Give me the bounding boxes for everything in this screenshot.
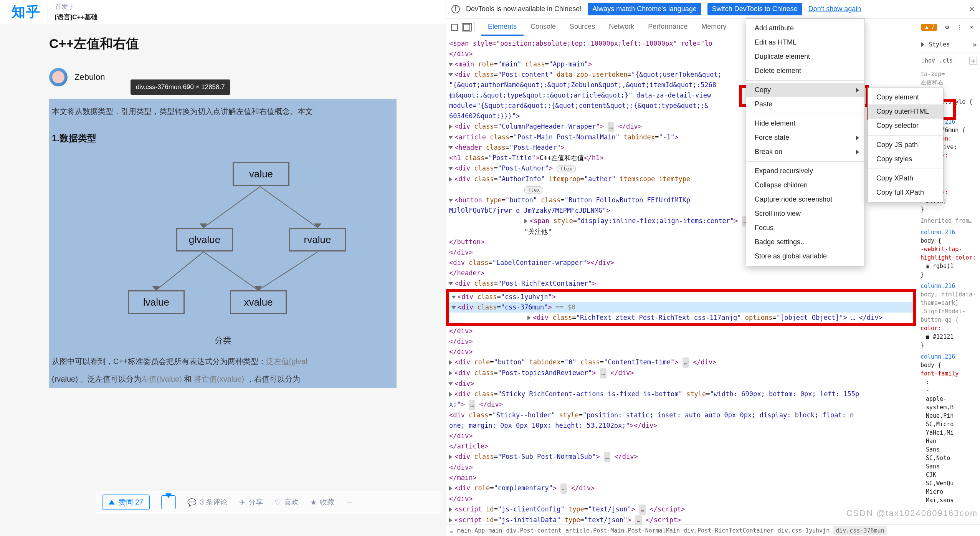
devtools-toolbar: Elements Console Sources Network Perform…: [446, 18, 980, 36]
svg-line-2: [156, 252, 203, 290]
text-dim: 泛左值(glval: [266, 357, 307, 366]
match-language-button[interactable]: Always match Chrome's language: [588, 3, 701, 15]
chevron-icon[interactable]: [921, 42, 924, 47]
switch-language-button[interactable]: Switch DevTools to Chinese: [707, 3, 802, 15]
tab-elements[interactable]: Elements: [481, 19, 524, 36]
close-infobar-icon[interactable]: ×: [969, 3, 975, 15]
style-text: ta-zop=: [921, 70, 978, 78]
text: ，右值可以分为: [244, 375, 300, 383]
comment-icon: 💬: [187, 498, 197, 507]
svg-line-1: [260, 187, 318, 228]
ctx-item[interactable]: Expand recursively: [746, 164, 864, 178]
ctx-item[interactable]: Copy full XPath: [868, 185, 943, 200]
selected-dom-node[interactable]: <div class="css-376mun"> == $0: [449, 302, 913, 313]
ctx-item[interactable]: Hide element: [746, 116, 864, 131]
ctx-item[interactable]: Copy outerHTML: [868, 104, 943, 119]
styles-tab[interactable]: Styles: [929, 40, 950, 49]
more-button[interactable]: ···: [346, 498, 352, 506]
avatar[interactable]: [49, 68, 68, 86]
infobar-msg: DevTools is now available in Chinese!: [466, 5, 582, 13]
ctx-item[interactable]: Copy selector: [868, 119, 943, 133]
column-first-label: 首发于: [55, 2, 98, 11]
tab-console[interactable]: Console: [524, 19, 563, 36]
share-button[interactable]: ✈分享: [239, 497, 263, 507]
post-title: C++左值和右值: [49, 35, 397, 53]
like-label: 喜欢: [284, 497, 299, 507]
tab-network[interactable]: Network: [602, 19, 641, 36]
ctx-item[interactable]: Duplicate element: [746, 50, 864, 64]
ctx-item[interactable]: Copy element: [868, 90, 943, 104]
ctx-item[interactable]: Edit as HTML: [746, 35, 864, 50]
inspect-icon[interactable]: [450, 23, 459, 32]
action-bar: 赞同 27 💬3 条评论 ✈分享 ♡喜欢 ★收藏 ···: [96, 491, 441, 514]
svg-line-4: [258, 252, 318, 290]
ctx-item[interactable]: Copy XPath: [868, 171, 943, 185]
cls-button[interactable]: .cls: [939, 56, 953, 65]
diagram-node-value: value: [233, 162, 289, 186]
column-name-link[interactable]: [语言]C++基础: [55, 13, 98, 22]
ctx-item[interactable]: Badge settings…: [746, 235, 864, 249]
context-menu-main[interactable]: Add attributeEdit as HTMLDuplicate eleme…: [746, 18, 865, 266]
downvote-button[interactable]: [161, 495, 176, 509]
ctx-item[interactable]: Store as global variable: [746, 249, 864, 263]
settings-icon[interactable]: ⚙: [942, 23, 952, 32]
downvote-icon: [165, 493, 172, 506]
devtools-tabs: Elements Console Sources Network Perform…: [481, 19, 733, 36]
text: (rvalue) 。泛左值可以分为: [52, 375, 141, 383]
comments-label: 3 条评论: [200, 497, 228, 507]
tab-sources[interactable]: Sources: [563, 19, 602, 36]
ctx-item[interactable]: Copy JS path: [868, 138, 943, 152]
share-label: 分享: [248, 497, 263, 507]
text-dim: 将亡值(xvalue): [194, 375, 244, 383]
diagram-node-lvalue: lvalue: [128, 290, 185, 314]
share-icon: ✈: [239, 498, 245, 507]
more-icon[interactable]: ⋮: [955, 23, 964, 32]
ctx-item[interactable]: Break on: [746, 145, 864, 159]
ctx-item[interactable]: Delete element: [746, 64, 864, 78]
dont-show-link[interactable]: Don't show again: [808, 5, 861, 13]
upvote-button[interactable]: 赞同 27: [102, 495, 150, 510]
dom-breadcrumb[interactable]: … main.App-main div.Post-content article…: [446, 524, 980, 536]
ctx-item[interactable]: Collapse children: [746, 178, 864, 192]
tab-memory[interactable]: Memory: [694, 19, 733, 36]
svg-line-0: [203, 187, 260, 228]
add-rule-icon[interactable]: +: [969, 57, 977, 65]
device-mode-icon[interactable]: [462, 23, 471, 32]
inspect-tooltip: div.css-376mun 690 × 12858.7: [131, 79, 230, 95]
ctx-item[interactable]: Copy: [746, 83, 864, 97]
ctx-item[interactable]: Force state: [746, 131, 864, 145]
diagram-node-rvalue: rvalue: [289, 228, 346, 251]
text: 和: [182, 375, 194, 383]
page-header: 知乎 首发于 [语言]C++基础: [0, 0, 446, 24]
upvote-label: 赞同 27: [119, 497, 143, 507]
hov-button[interactable]: :hov: [921, 56, 935, 65]
ctx-item[interactable]: Focus: [746, 221, 864, 235]
ctx-item[interactable]: Scroll into view: [746, 207, 864, 221]
ctx-item[interactable]: Paste: [746, 97, 864, 111]
author-name-link[interactable]: Zebulon: [74, 72, 105, 82]
context-menu-copy-sub[interactable]: Copy elementCopy outerHTMLCopy selectorC…: [868, 88, 944, 202]
zhihu-logo[interactable]: 知乎: [12, 3, 41, 22]
article: C++左值和右值 Zebulon div.css-376mun 690 × 12…: [49, 35, 397, 388]
close-devtools-icon[interactable]: ×: [967, 23, 976, 32]
warnings-badge[interactable]: ▲7: [921, 24, 937, 31]
ctx-item[interactable]: Copy styles: [868, 152, 943, 166]
star-icon: ★: [310, 498, 317, 507]
diagram-node-xvalue: xvalue: [230, 290, 287, 314]
collect-button[interactable]: ★收藏: [310, 497, 334, 507]
collect-label: 收藏: [320, 497, 334, 507]
separator: [48, 2, 48, 22]
heart-icon: ♡: [274, 498, 281, 507]
styles-more-icon[interactable]: »: [972, 40, 977, 49]
like-button[interactable]: ♡喜欢: [274, 497, 299, 507]
ctx-item[interactable]: Add attribute: [746, 21, 864, 35]
diagram-caption: 分类: [50, 335, 396, 346]
value-category-diagram: value glvalue rvalue lvalue xvalue: [50, 148, 396, 333]
devtools-infobar: i DevTools is now available in Chinese! …: [446, 0, 980, 18]
zhihu-page: 知乎 首发于 [语言]C++基础 C++左值和右值 Zebulon div.cs…: [0, 0, 446, 536]
ctx-item[interactable]: Capture node screenshot: [746, 192, 864, 207]
diagram-node-glvalue: glvalue: [176, 228, 233, 251]
tab-performance[interactable]: Performance: [641, 19, 694, 36]
comments-button[interactable]: 💬3 条评论: [187, 497, 228, 507]
heading-2: 1.数据类型: [50, 131, 396, 148]
